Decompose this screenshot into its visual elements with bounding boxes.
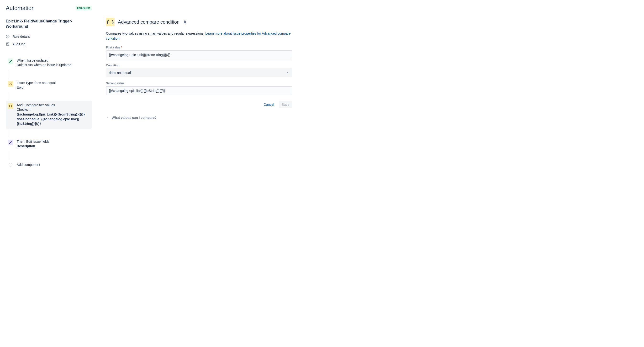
first-value-label: First value *	[106, 46, 292, 49]
second-value-label: Second value	[106, 82, 292, 85]
chevron-right-icon	[106, 116, 110, 120]
rule-details-link[interactable]: Rule details	[6, 33, 92, 40]
shuffle-icon	[8, 81, 13, 87]
left-panel: Automation ENABLED EpicLink- FieldValueC…	[6, 5, 92, 170]
condition-compare-title: And: Compare two values	[17, 103, 90, 107]
save-button[interactable]: Save	[279, 101, 292, 108]
first-value-input[interactable]	[106, 50, 292, 60]
action-edit-desc: Description	[17, 144, 90, 149]
braces-icon: {}	[8, 103, 13, 109]
detail-panel: { } Advanced compare condition Compares …	[106, 5, 292, 170]
condition-label: Condition	[106, 64, 292, 67]
condition-issuetype-step[interactable]: Issue Type does not equal Epic	[6, 78, 92, 92]
braces-icon: { }	[106, 18, 114, 26]
trigger-desc: Rule is run when an issue is updated.	[17, 63, 90, 68]
empty-circle-icon	[8, 163, 12, 166]
add-component-button[interactable]: Add component	[6, 160, 92, 170]
detail-description: Compares two values using smart values a…	[106, 31, 292, 41]
page-title: Automation	[6, 5, 34, 12]
status-badge: ENABLED	[76, 6, 92, 10]
condition-select[interactable]: does not equal	[106, 68, 292, 77]
info-icon	[6, 34, 10, 38]
cancel-button[interactable]: Cancel	[261, 101, 277, 108]
pencil-icon	[8, 140, 13, 145]
rule-name: EpicLink- FieldValueChange Trigger- Work…	[6, 18, 92, 29]
second-value-input[interactable]	[106, 86, 292, 95]
divider	[6, 51, 92, 51]
action-edit-step[interactable]: Then: Edit issue fields Description	[6, 137, 92, 151]
audit-log-link[interactable]: Audit log	[6, 40, 92, 48]
document-icon	[6, 42, 10, 46]
expandable-label: What values can I compare?	[112, 116, 156, 120]
add-component-label: Add component	[17, 163, 40, 166]
condition-compare-step[interactable]: {} And: Compare two values Checks if: {{…	[6, 101, 92, 128]
detail-title: Advanced compare condition	[118, 19, 180, 25]
audit-log-label: Audit log	[12, 42, 25, 46]
rule-steps: When: Issue updated Rule is run when an …	[6, 56, 92, 170]
rule-details-label: Rule details	[12, 34, 30, 38]
trigger-title: When: Issue updated	[17, 58, 90, 62]
expandable-help[interactable]: What values can I compare?	[106, 115, 292, 120]
pencil-icon	[8, 58, 13, 64]
condition-issuetype-title: Issue Type does not equal	[17, 81, 90, 85]
trigger-step[interactable]: When: Issue updated Rule is run when an …	[6, 56, 92, 70]
action-edit-title: Then: Edit issue fields	[17, 140, 90, 144]
trash-icon[interactable]	[183, 20, 187, 24]
condition-compare-desc: Checks if: {{#changelog.Epic Link}}{{fro…	[17, 108, 90, 126]
condition-issuetype-desc: Epic	[17, 85, 90, 90]
